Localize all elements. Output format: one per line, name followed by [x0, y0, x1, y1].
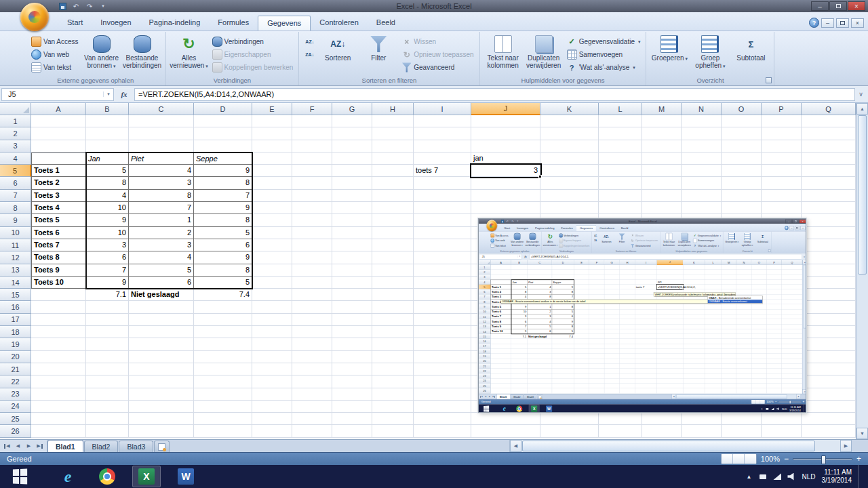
cell-Q10[interactable]	[802, 227, 856, 239]
cell-A20[interactable]	[31, 351, 86, 363]
scroll-right-icon[interactable]: ▶	[840, 440, 852, 452]
page-break-view-button[interactable]	[745, 454, 756, 464]
cell-A4[interactable]	[31, 152, 86, 165]
cell-E26[interactable]	[252, 425, 292, 437]
cell-I20[interactable]	[414, 351, 471, 363]
column-header-A[interactable]: A	[31, 103, 86, 115]
cell-D20[interactable]	[194, 351, 252, 363]
cell-G25[interactable]	[332, 413, 372, 425]
workbook-minimize-button[interactable]: –	[821, 18, 834, 28]
cell-G19[interactable]	[332, 338, 372, 350]
cell-Q8[interactable]	[802, 202, 856, 214]
cell-D12[interactable]: 9	[194, 251, 252, 264]
cell-I9[interactable]	[414, 214, 471, 226]
cell-L26[interactable]	[599, 425, 642, 437]
cell-Q4[interactable]	[802, 152, 856, 165]
row-header-8[interactable]: 8	[0, 202, 31, 214]
row-header-14[interactable]: 14	[0, 277, 31, 289]
cell-C23[interactable]	[129, 388, 194, 401]
tray-expand-icon[interactable]: ▲	[745, 472, 753, 481]
cell-G1[interactable]	[332, 115, 372, 127]
cell-H1[interactable]	[372, 115, 414, 127]
column-header-P[interactable]: P	[762, 103, 802, 115]
cell-A26[interactable]	[31, 425, 86, 437]
cell-B25[interactable]	[86, 413, 129, 425]
cell-F13[interactable]	[292, 264, 332, 277]
cell-Q17[interactable]	[802, 314, 856, 326]
cell-Q5[interactable]	[802, 165, 856, 177]
dialog-launcher-icon[interactable]	[766, 77, 772, 83]
cell-B23[interactable]	[86, 388, 129, 401]
column-header-J[interactable]: J	[471, 103, 540, 115]
cell-Q2[interactable]	[802, 127, 856, 140]
page-layout-view-button[interactable]	[733, 454, 745, 464]
cell-Q3[interactable]	[802, 140, 856, 152]
cell-J4[interactable]: jan	[471, 152, 540, 165]
row-header-6[interactable]: 6	[0, 177, 31, 189]
cell-B18[interactable]	[86, 326, 129, 338]
cell-L7[interactable]	[599, 190, 642, 202]
cell-G18[interactable]	[332, 326, 372, 338]
row-header-5[interactable]: 5	[0, 165, 31, 177]
cell-E3[interactable]	[252, 140, 292, 152]
cell-N2[interactable]	[682, 127, 722, 140]
ribbon-tab-gegevens[interactable]: Gegevens	[258, 16, 311, 30]
cell-N7[interactable]	[682, 190, 722, 202]
cell-C2[interactable]	[129, 127, 194, 140]
cell-I8[interactable]	[414, 202, 471, 214]
cell-H23[interactable]	[372, 388, 414, 401]
cell-J7[interactable]	[471, 190, 540, 202]
cell-C6[interactable]: 3	[129, 177, 194, 189]
workbook-restore-button[interactable]	[836, 18, 849, 28]
cell-H2[interactable]	[372, 127, 414, 140]
cell-A5[interactable]: Toets 1	[31, 165, 86, 177]
van-access-button[interactable]: Van Access	[29, 36, 81, 47]
formula-bar-expand-icon[interactable]: ∨	[855, 88, 867, 101]
cell-Q9[interactable]	[802, 214, 856, 226]
cell-G21[interactable]	[332, 363, 372, 375]
cell-I21[interactable]	[414, 363, 471, 375]
vertical-scrollbar[interactable]: ▲ ▼	[856, 103, 868, 439]
cell-A17[interactable]	[31, 314, 86, 326]
cell-N8[interactable]	[682, 202, 722, 214]
cell-N5[interactable]	[682, 165, 722, 177]
cell-M1[interactable]	[642, 115, 682, 127]
cell-P26[interactable]	[762, 425, 802, 437]
cell-Q12[interactable]	[802, 251, 856, 264]
cell-Q1[interactable]	[802, 115, 856, 127]
cell-L6[interactable]	[599, 177, 642, 189]
next-sheet-button[interactable]: ▶	[24, 442, 34, 451]
cell-P25[interactable]	[762, 413, 802, 425]
cell-E20[interactable]	[252, 351, 292, 363]
zoom-out-icon[interactable]: −	[784, 454, 789, 464]
cell-D11[interactable]: 6	[194, 239, 252, 251]
cell-A12[interactable]: Toets 8	[31, 251, 86, 264]
row-header-12[interactable]: 12	[0, 251, 31, 264]
cell-I14[interactable]	[414, 277, 471, 289]
cell-F7[interactable]	[292, 190, 332, 202]
cell-K25[interactable]	[540, 413, 599, 425]
cell-O5[interactable]	[722, 165, 762, 177]
cell-I23[interactable]	[414, 388, 471, 401]
cell-Q23[interactable]	[802, 388, 856, 401]
close-button[interactable]: ×	[848, 1, 865, 11]
cell-B7[interactable]: 4	[86, 190, 129, 202]
cell-M3[interactable]	[642, 140, 682, 152]
cell-G14[interactable]	[332, 277, 372, 289]
cell-Q14[interactable]	[802, 277, 856, 289]
cell-B6[interactable]: 8	[86, 177, 129, 189]
cell-K7[interactable]	[540, 190, 599, 202]
minimize-button[interactable]: –	[811, 1, 829, 11]
cell-D6[interactable]: 8	[194, 177, 252, 189]
cell-B20[interactable]	[86, 351, 129, 363]
cell-C1[interactable]	[129, 115, 194, 127]
row-header-18[interactable]: 18	[0, 326, 31, 338]
cell-L1[interactable]	[599, 115, 642, 127]
cell-E7[interactable]	[252, 190, 292, 202]
cell-H12[interactable]	[372, 251, 414, 264]
cell-E14[interactable]	[252, 277, 292, 289]
wat-als-analyse-button[interactable]: ?'Wat als'-analyse▾	[565, 62, 643, 73]
cell-A7[interactable]: Toets 3	[31, 190, 86, 202]
cell-I6[interactable]	[414, 177, 471, 189]
cell-F21[interactable]	[292, 363, 332, 375]
